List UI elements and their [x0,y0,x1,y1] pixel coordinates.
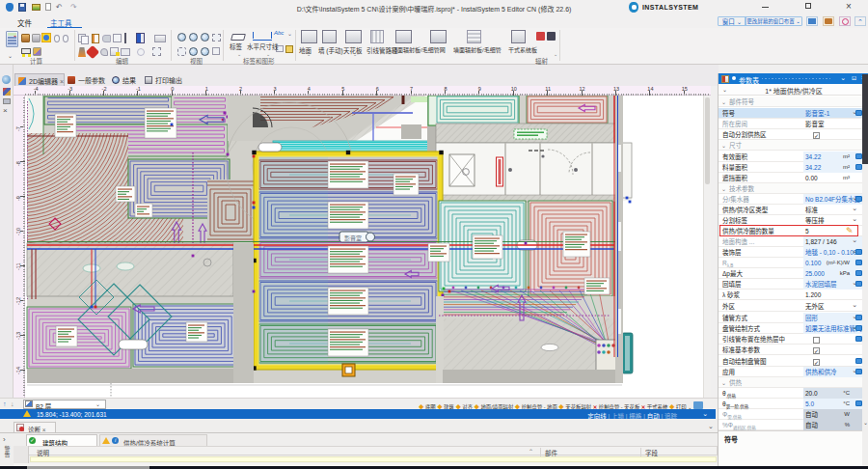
svg-text:影音室: 影音室 [344,234,362,242]
